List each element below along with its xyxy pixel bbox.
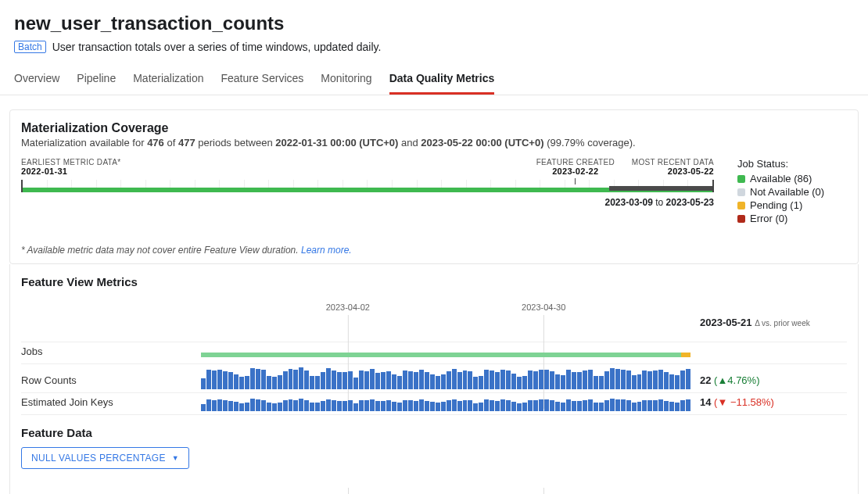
null-values-dropdown[interactable]: NULL VALUES PERCENTAGE ▼ xyxy=(21,447,189,469)
metric-label: Estimated Join Keys xyxy=(21,396,201,411)
fvm-selected-date: 2023-05-21 Δ vs. prior week xyxy=(700,317,847,338)
coverage-card: Materialization Coverage Materialization… xyxy=(9,109,859,264)
metric-row-row-counts: Row Counts22 (▲4.76%) xyxy=(21,364,847,393)
metric-row-jobs: Jobs xyxy=(21,342,847,364)
learn-more-link[interactable]: Learn more. xyxy=(301,245,352,256)
legend-item: Available (86) xyxy=(737,173,847,184)
chart-date-tick: 2023-04-02 xyxy=(326,302,370,312)
fvm-title: Feature View Metrics xyxy=(21,275,847,288)
legend-item: Error (0) xyxy=(737,213,847,224)
coverage-range: 2023-03-09 to 2023-05-23 xyxy=(21,197,714,208)
metric-value: 14 (▼ −11.58%) xyxy=(700,396,847,411)
tab-materialization[interactable]: Materialization xyxy=(133,64,203,95)
tab-monitoring[interactable]: Monitoring xyxy=(321,64,371,95)
coverage-footnote: * Available metric data may not cover en… xyxy=(21,245,847,256)
metric-label: Jobs xyxy=(21,345,201,360)
legend-item: Pending (1) xyxy=(737,199,847,211)
page-title: new_user_transaction_counts xyxy=(14,13,854,34)
metric-value xyxy=(700,357,847,360)
coverage-title: Materialization Coverage xyxy=(21,121,847,135)
metric-label: Row Counts xyxy=(21,374,201,389)
tab-overview[interactable]: Overview xyxy=(14,64,59,95)
job-status-legend: Job Status: Available (86)Not Available … xyxy=(737,158,847,226)
metric-row-estimated-join-keys: Estimated Join Keys14 (▼ −11.58%) xyxy=(21,393,847,415)
coverage-timeline[interactable]: EARLIEST METRIC DATA* 2022-01-31 FEATURE… xyxy=(21,158,714,226)
metric-chart[interactable] xyxy=(201,351,690,360)
legend-item: Not Available (0) xyxy=(737,186,847,198)
tabs-bar: OverviewPipelineMaterializationFeature S… xyxy=(0,64,868,95)
fd-chart[interactable] xyxy=(201,488,690,494)
tab-data-quality-metrics[interactable]: Data Quality Metrics xyxy=(389,64,495,95)
chart-date-tick: 2023-04-30 xyxy=(522,302,565,312)
feature-data-title: Feature Data xyxy=(21,426,847,439)
page-description: User transaction totals over a series of… xyxy=(52,41,382,53)
feature-data-row: transaction0.00% xyxy=(21,483,847,494)
coverage-subtitle: Materialization available for 476 of 477… xyxy=(21,137,847,149)
metric-chart[interactable] xyxy=(201,367,690,389)
chevron-down-icon: ▼ xyxy=(172,454,179,462)
tab-feature-services[interactable]: Feature Services xyxy=(221,64,303,95)
metric-chart[interactable] xyxy=(201,399,690,411)
batch-badge: Batch xyxy=(14,41,46,53)
tab-pipeline[interactable]: Pipeline xyxy=(77,64,116,95)
metric-value: 22 (▲4.76%) xyxy=(700,374,847,389)
feature-view-metrics-card: Feature View Metrics 2023-04-022023-04-3… xyxy=(9,264,859,494)
